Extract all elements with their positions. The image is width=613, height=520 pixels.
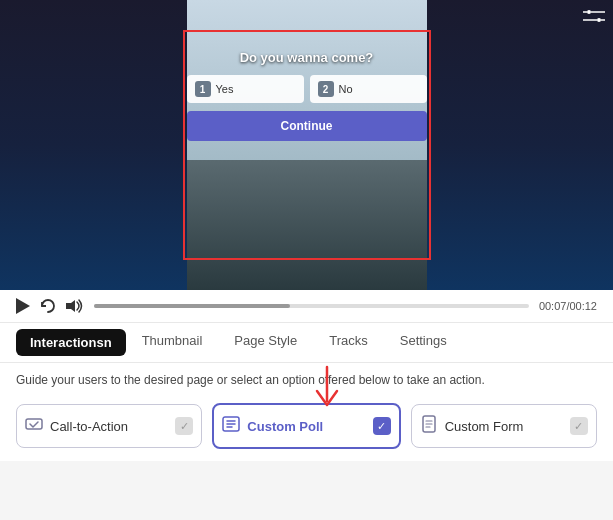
svg-point-0: [587, 10, 591, 14]
poll-continue-button[interactable]: Continue: [187, 111, 427, 141]
poll-question: Do you wanna come?: [240, 50, 374, 65]
call-to-action-button[interactable]: Call-to-Action ✓: [16, 404, 202, 448]
tab-tracks[interactable]: Tracks: [313, 323, 384, 362]
poll-option-2[interactable]: 2 No: [310, 75, 427, 103]
poll-overlay: Do you wanna come? 1 Yes 2 No Continue: [187, 50, 427, 141]
custom-form-button[interactable]: Custom Form ✓: [411, 404, 597, 448]
form-checkbox: ✓: [570, 417, 588, 435]
poll-option-1[interactable]: 1 Yes: [187, 75, 304, 103]
form-icon: [420, 415, 438, 437]
red-arrow: [312, 365, 342, 409]
cta-btn-left: Call-to-Action: [25, 415, 128, 437]
poll-label: Custom Poll: [247, 419, 323, 434]
option2-number: 2: [318, 81, 334, 97]
guide-text: Guide your users to the desired page or …: [16, 373, 485, 387]
tab-page-style[interactable]: Page Style: [218, 323, 313, 362]
tab-thumbnail[interactable]: Thumbnail: [126, 323, 219, 362]
poll-options: 1 Yes 2 No: [187, 75, 427, 103]
custom-poll-button[interactable]: Custom Poll ✓: [212, 403, 400, 449]
cta-checkbox: ✓: [175, 417, 193, 435]
form-btn-left: Custom Form: [420, 415, 524, 437]
replay-button[interactable]: [40, 298, 56, 314]
video-settings-icon[interactable]: [583, 8, 605, 29]
option2-text: No: [339, 83, 353, 95]
play-button[interactable]: [16, 298, 30, 314]
progress-fill: [94, 304, 290, 308]
video-controls-bar: 00:07/00:12: [0, 290, 613, 323]
actions-row: Call-to-Action ✓ Custom Poll ✓: [0, 395, 613, 461]
svg-rect-8: [26, 419, 42, 429]
poll-checkbox: ✓: [373, 417, 391, 435]
svg-point-3: [597, 18, 601, 22]
form-label: Custom Form: [445, 419, 524, 434]
poll-icon: [222, 415, 240, 437]
progress-bar[interactable]: [94, 304, 529, 308]
svg-marker-7: [66, 300, 75, 312]
time-display: 00:07/00:12: [539, 300, 597, 312]
tabs-bar: Interactionsn Thumbnail Page Style Track…: [0, 323, 613, 363]
tab-settings[interactable]: Settings: [384, 323, 463, 362]
cta-label: Call-to-Action: [50, 419, 128, 434]
guide-text-area: Guide your users to the desired page or …: [0, 363, 613, 395]
tab-interactionsn[interactable]: Interactionsn: [16, 329, 126, 356]
option1-number: 1: [195, 81, 211, 97]
option1-text: Yes: [216, 83, 234, 95]
cta-icon: [25, 415, 43, 437]
video-player: Do you wanna come? 1 Yes 2 No Continue: [0, 0, 613, 290]
video-scene: [187, 0, 427, 290]
poll-btn-left: Custom Poll: [222, 415, 323, 437]
svg-marker-6: [16, 298, 30, 314]
volume-button[interactable]: [66, 299, 84, 313]
